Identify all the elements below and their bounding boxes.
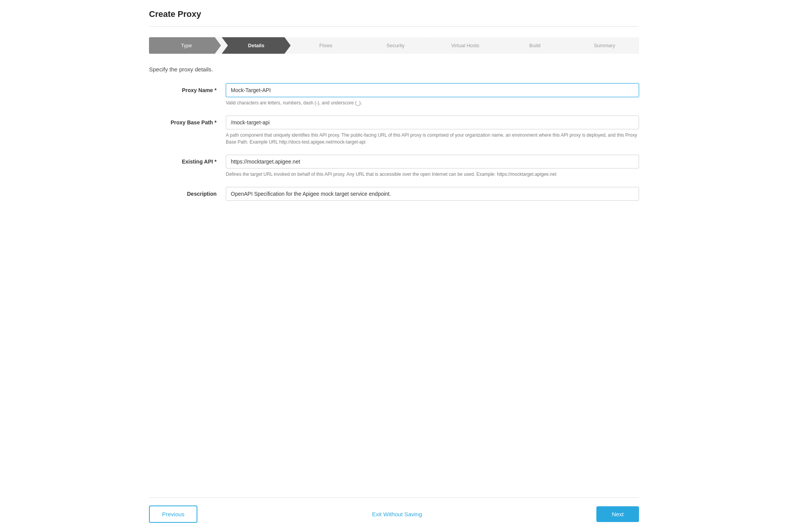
existing-api-row: Existing API * Defines the target URL in… [149, 155, 639, 178]
description-row: Description [149, 187, 639, 201]
proxy-name-row: Proxy Name * Valid characters are letter… [149, 83, 639, 106]
step-security[interactable]: Security [361, 37, 430, 54]
existing-api-label: Existing API * [149, 155, 226, 165]
proxy-name-field-group: Valid characters are letters, numbers, d… [226, 83, 639, 106]
description-label: Description [149, 187, 226, 197]
step-virtual-hosts[interactable]: Virtual Hosts [431, 37, 500, 54]
proxy-name-hint: Valid characters are letters, numbers, d… [226, 99, 639, 106]
stepper: Type Details Flows Security Virtual Host… [149, 37, 639, 54]
previous-button[interactable]: Previous [149, 506, 197, 523]
proxy-base-path-input[interactable] [226, 116, 639, 129]
proxy-base-path-label: Proxy Base Path * [149, 116, 226, 126]
proxy-base-path-hint: A path component that uniquely identifie… [226, 132, 639, 145]
proxy-base-path-row: Proxy Base Path * A path component that … [149, 116, 639, 145]
step-build[interactable]: Build [500, 37, 569, 54]
proxy-name-input[interactable] [226, 83, 639, 97]
step-summary[interactable]: Summary [570, 37, 639, 54]
next-button[interactable]: Next [596, 506, 639, 522]
step-type[interactable]: Type [149, 37, 221, 54]
step-details[interactable]: Details [222, 37, 290, 54]
section-description: Specify the proxy details. [149, 66, 639, 73]
step-flows[interactable]: Flows [291, 37, 360, 54]
proxy-name-label: Proxy Name * [149, 83, 226, 93]
title-divider [149, 26, 639, 26]
proxy-base-path-field-group: A path component that uniquely identifie… [226, 116, 639, 145]
description-input[interactable] [226, 187, 639, 201]
form-area: Specify the proxy details. Proxy Name * … [149, 66, 639, 497]
existing-api-hint: Defines the target URL invoked on behalf… [226, 171, 639, 178]
description-field-group [226, 187, 639, 201]
exit-button[interactable]: Exit Without Saving [372, 511, 422, 517]
footer: Previous Exit Without Saving Next [149, 497, 639, 532]
page-title: Create Proxy [149, 9, 639, 19]
existing-api-input[interactable] [226, 155, 639, 169]
existing-api-field-group: Defines the target URL invoked on behalf… [226, 155, 639, 178]
